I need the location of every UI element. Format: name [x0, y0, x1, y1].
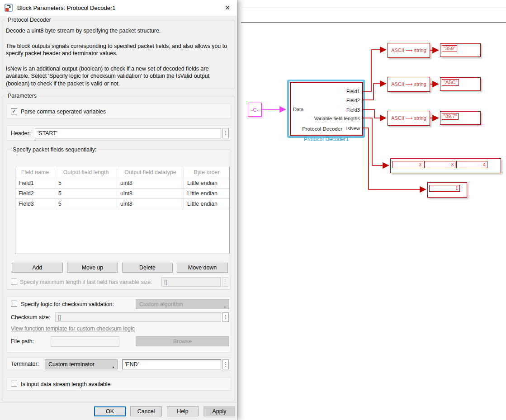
block-parameters-dialog: Block Parameters: Protocol Decoder1 ✕ Pr…	[0, 0, 237, 420]
description-paragraph: IsNew is an additional output (boolean) …	[6, 65, 230, 88]
table-cell[interactable]: uint8	[117, 199, 184, 209]
block-help-group-title: Protocol Decoder	[6, 17, 53, 23]
parse-csv-checkbox[interactable]: ✓	[11, 108, 17, 114]
table-cell[interactable]: uint8	[117, 189, 184, 199]
table-cell[interactable]: 5	[55, 178, 117, 189]
simulink-block-icon	[5, 4, 13, 12]
column-header: Output field datatype	[117, 167, 184, 178]
max-length-label: Specify maximum length if last field has…	[20, 279, 152, 285]
header-input[interactable]	[35, 128, 221, 138]
table-cell[interactable]: Field3	[15, 199, 55, 209]
table-cell[interactable]: 5	[55, 199, 117, 209]
checksum-size-edit-button[interactable]: ⋮	[222, 312, 229, 322]
checksum-enable-label: Specify logic for checksum validation:	[21, 301, 114, 307]
column-header: Byte order	[184, 167, 229, 178]
display-value: 4	[456, 161, 487, 168]
check-icon: ✓	[12, 108, 16, 114]
move-down-button[interactable]: Move down	[177, 263, 228, 273]
close-button[interactable]: ✕	[218, 0, 237, 15]
canvas-top-edge-line	[241, 22, 506, 23]
description-paragraph: Decode a uint8 byte stream by specifying…	[6, 27, 230, 35]
string-display-block[interactable]: "89.7"	[440, 111, 481, 125]
vertical-dots-icon: ⋮	[223, 130, 228, 136]
chevron-down-icon: ▼	[112, 363, 115, 372]
packet-fields-table: Field name Output field length Output fi…	[15, 167, 230, 254]
ascii-to-string-block[interactable]: ASCII ⟶ string	[388, 111, 430, 126]
string-display-block[interactable]: "ABC"	[440, 77, 481, 91]
port-label-isnew: IsNew	[346, 126, 360, 131]
protocol-decoder-block[interactable]: Data Field1 Field2 Field3 Variable field…	[290, 82, 363, 136]
footer-separator	[0, 402, 237, 403]
checksum-size-label: Checksum size:	[11, 314, 50, 321]
display-value: 3	[424, 161, 455, 168]
block-description: Decode a uint8 byte stream by specifying…	[2, 20, 235, 87]
terminator-input[interactable]	[122, 359, 221, 369]
checksum-algorithm-select[interactable]: Custom algorithm ▼	[136, 299, 229, 309]
packet-fields-group: Specify packet fields sequentially: Fiel…	[7, 150, 231, 290]
packet-fields-group-title: Specify packet fields sequentially:	[11, 146, 98, 153]
table-cell[interactable]: 5	[55, 189, 117, 199]
port-label-field2: Field2	[346, 98, 360, 103]
parameters-group: Parameters ✓ Parse comma seperated varia…	[2, 96, 235, 401]
max-length-edit-button[interactable]: ⋮	[222, 277, 228, 287]
checksum-algorithm-value: Custom algorithm	[139, 301, 183, 307]
apply-button[interactable]: Apply	[203, 406, 235, 416]
table-row[interactable]: Field3 5 uint8 Little endian	[15, 199, 229, 209]
checksum-enable-checkbox[interactable]	[11, 301, 17, 307]
header-edit-button[interactable]: ⋮	[222, 128, 229, 138]
stream-length-checkbox[interactable]	[11, 381, 17, 387]
table-row[interactable]: Field1 5 uint8 Little endian	[15, 178, 229, 189]
browse-button[interactable]: Browse	[136, 336, 229, 346]
chevron-down-icon: ▼	[223, 303, 227, 312]
display-value: 3	[393, 161, 423, 168]
vertical-dots-icon: ⋮	[222, 278, 228, 285]
stream-length-label: Is input data stream length available	[21, 381, 110, 387]
port-label-field3: Field3	[346, 107, 360, 113]
terminator-mode-value: Custom terminator	[48, 361, 95, 368]
file-path-input[interactable]	[51, 336, 119, 347]
ok-button[interactable]: OK	[94, 406, 126, 416]
checksum-size-input[interactable]	[55, 312, 221, 322]
table-cell[interactable]: Little endian	[184, 178, 229, 189]
help-button[interactable]: Help	[167, 406, 199, 416]
dialog-titlebar[interactable]: Block Parameters: Protocol Decoder1 ✕	[0, 0, 237, 16]
description-paragraph: The block outputs signals corresponding …	[6, 42, 230, 57]
table-cell[interactable]: Little endian	[184, 189, 229, 199]
dialog-title: Block Parameters: Protocol Decoder1	[17, 5, 115, 11]
move-up-button[interactable]: Move up	[67, 263, 118, 273]
parameters-group-title: Parameters	[6, 93, 38, 99]
table-row[interactable]: Field2 5 uint8 Little endian	[15, 189, 229, 199]
constant-label: -C-	[251, 107, 258, 113]
header-label: Header:	[11, 130, 31, 137]
terminator-edit-button[interactable]: ⋮	[222, 359, 229, 369]
port-label-field1: Field1	[346, 89, 360, 94]
add-button[interactable]: Add	[12, 263, 63, 273]
constant-block[interactable]: -C-	[248, 103, 262, 117]
max-length-checkbox[interactable]	[11, 278, 17, 285]
decoder-block-name[interactable]: Protocol Decoder1	[287, 136, 366, 142]
table-header-row: Field name Output field length Output fi…	[15, 167, 229, 178]
isnew-display-block[interactable]: 1	[427, 182, 467, 198]
ascii-block-label: ASCII ⟶ string	[391, 47, 426, 53]
header-row: Header: ⋮	[7, 125, 231, 141]
table-cell[interactable]: uint8	[117, 178, 184, 189]
table-cell[interactable]: Field1	[15, 178, 55, 189]
vertical-dots-icon: ⋮	[223, 361, 228, 368]
block-help-group: Protocol Decoder Decode a uint8 byte str…	[2, 20, 235, 89]
stream-length-row: Is input data stream length available	[7, 377, 231, 391]
column-header: Field name	[15, 167, 55, 178]
table-cell[interactable]: Little endian	[184, 199, 229, 209]
ascii-to-string-block[interactable]: ASCII ⟶ string	[388, 43, 430, 58]
display-value: "359"	[442, 45, 457, 52]
field-lengths-display-block[interactable]: 3 3 4	[390, 158, 501, 173]
delete-button[interactable]: Delete	[122, 263, 173, 273]
cancel-button[interactable]: Cancel	[130, 406, 162, 416]
ascii-to-string-block[interactable]: ASCII ⟶ string	[388, 77, 430, 92]
checksum-template-link[interactable]: View function template for custom checks…	[11, 326, 135, 332]
string-display-block[interactable]: "359"	[440, 43, 481, 57]
max-length-input[interactable]	[161, 277, 221, 287]
port-label-data: Data	[293, 107, 303, 112]
terminator-mode-select[interactable]: Custom terminator ▼	[45, 359, 118, 369]
table-cell[interactable]: Field2	[15, 189, 55, 199]
terminator-row: Terminator: Custom terminator ▼ ⋮	[7, 358, 231, 370]
